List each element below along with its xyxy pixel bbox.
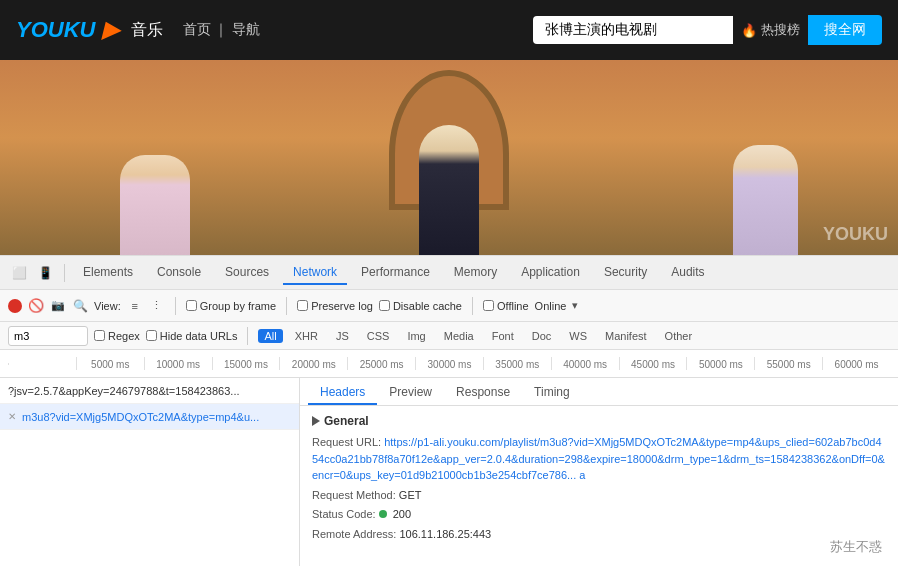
- youku-home-nav[interactable]: 首页 ｜ 导航: [183, 21, 261, 39]
- offline-wrap[interactable]: Offline: [483, 300, 529, 312]
- group-by-frame-checkbox[interactable]: [186, 300, 197, 311]
- tab-audits[interactable]: Audits: [661, 261, 714, 285]
- search-wrap: 🔥 热搜榜 搜全网: [533, 15, 882, 45]
- general-section-header: General: [312, 414, 886, 428]
- tick-10: 50000 ms: [686, 357, 754, 370]
- filter-tag-font[interactable]: Font: [486, 329, 520, 343]
- tick-12: 60000 ms: [822, 357, 890, 370]
- toolbar-sep2: [286, 297, 287, 315]
- details-tabs: Headers Preview Response Timing: [300, 378, 898, 406]
- detail-tab-headers[interactable]: Headers: [308, 381, 377, 405]
- request-url-row: Request URL: https://p1-ali.youku.com/pl…: [312, 434, 886, 484]
- view-waterfall-icon[interactable]: ⋮: [149, 298, 165, 314]
- disable-cache-label: Disable cache: [393, 300, 462, 312]
- details-content: General Request URL: https://p1-ali.youk…: [300, 406, 898, 553]
- filter-tag-media[interactable]: Media: [438, 329, 480, 343]
- tab-console[interactable]: Console: [147, 261, 211, 285]
- filter-tag-xhr[interactable]: XHR: [289, 329, 324, 343]
- preserve-log-checkbox[interactable]: [297, 300, 308, 311]
- regex-wrap[interactable]: Regex: [94, 330, 140, 342]
- filter-tag-img[interactable]: Img: [401, 329, 431, 343]
- tab-performance[interactable]: Performance: [351, 261, 440, 285]
- tick-3: 15000 ms: [212, 357, 280, 370]
- tick-6: 30000 ms: [415, 357, 483, 370]
- toolbar-sep1: [175, 297, 176, 315]
- network-toolbar: 🚫 📷 🔍 View: ≡ ⋮ Group by frame Preserve …: [0, 290, 898, 322]
- request-method-row: Request Method: GET: [312, 487, 886, 504]
- tab-application[interactable]: Application: [511, 261, 590, 285]
- tab-sources[interactable]: Sources: [215, 261, 279, 285]
- tab-elements[interactable]: Elements: [73, 261, 143, 285]
- separator: [64, 264, 65, 282]
- tab-security[interactable]: Security: [594, 261, 657, 285]
- hide-data-urls-checkbox[interactable]: [146, 330, 157, 341]
- group-by-frame-wrap[interactable]: Group by frame: [186, 300, 276, 312]
- tick-1: 5000 ms: [76, 357, 144, 370]
- toolbar-sep3: [472, 297, 473, 315]
- filter-icon[interactable]: 🔍: [72, 298, 88, 314]
- regex-checkbox[interactable]: [94, 330, 105, 341]
- tab-memory[interactable]: Memory: [444, 261, 507, 285]
- logo-arrow: ▶: [102, 17, 119, 42]
- preserve-log-wrap[interactable]: Preserve log: [297, 300, 373, 312]
- filter-tag-other[interactable]: Other: [659, 329, 699, 343]
- detail-tab-timing[interactable]: Timing: [522, 381, 582, 405]
- youku-topbar: YOUKU ▶ 音乐 首页 ｜ 导航 🔥 热搜榜 搜全网: [0, 0, 898, 60]
- hot-search[interactable]: 🔥 热搜榜: [741, 21, 800, 39]
- general-label: General: [324, 414, 369, 428]
- search-input[interactable]: [533, 16, 733, 44]
- filter-tag-js[interactable]: JS: [330, 329, 355, 343]
- inspect-element-icon[interactable]: ⬜: [8, 262, 30, 284]
- tick-2: 10000 ms: [144, 357, 212, 370]
- video-area: YOUKU: [0, 60, 898, 255]
- request-url-label: Request URL:: [312, 436, 381, 448]
- devtools-topbar: ⬜ 📱 Elements Console Sources Network Per…: [0, 256, 898, 290]
- youku-video-watermark: YOUKU: [823, 224, 888, 245]
- filter-tag-doc[interactable]: Doc: [526, 329, 558, 343]
- youku-logo: YOUKU ▶: [16, 17, 119, 43]
- tick-5: 25000 ms: [347, 357, 415, 370]
- youku-music-label: 音乐: [131, 20, 163, 41]
- request-item-1[interactable]: ✕ m3u8?vid=XMjg5MDQxOTc2MA&type=mp4&u...: [0, 404, 299, 430]
- preserve-log-label: Preserve log: [311, 300, 373, 312]
- record-button[interactable]: [8, 299, 22, 313]
- remote-address-value: 106.11.186.25:443: [399, 528, 491, 540]
- person-left: [120, 155, 190, 255]
- filter-tag-css[interactable]: CSS: [361, 329, 396, 343]
- search-button[interactable]: 搜全网: [808, 15, 882, 45]
- filter-input[interactable]: [8, 326, 88, 346]
- disable-cache-checkbox[interactable]: [379, 300, 390, 311]
- offline-label: Offline: [497, 300, 529, 312]
- filter-tag-manifest[interactable]: Manifest: [599, 329, 653, 343]
- filter-tag-all[interactable]: All: [258, 329, 282, 343]
- detail-tab-preview[interactable]: Preview: [377, 381, 444, 405]
- status-indicator: [379, 510, 387, 518]
- tick-11: 55000 ms: [754, 357, 822, 370]
- offline-checkbox[interactable]: [483, 300, 494, 311]
- close-icon[interactable]: ✕: [8, 411, 16, 422]
- view-list-icon[interactable]: ≡: [127, 298, 143, 314]
- tick-7: 35000 ms: [483, 357, 551, 370]
- person-right: [733, 145, 798, 255]
- tick-0: [8, 363, 76, 365]
- status-code-label: Status Code:: [312, 508, 376, 520]
- filter-tag-ws[interactable]: WS: [563, 329, 593, 343]
- tab-network[interactable]: Network: [283, 261, 347, 285]
- main-panel: ?jsv=2.5.7&appKey=24679788&t=158423863..…: [0, 378, 898, 566]
- video-scene: YOUKU: [0, 60, 898, 255]
- device-toolbar-icon[interactable]: 📱: [34, 262, 56, 284]
- screenshot-icon[interactable]: 📷: [50, 298, 66, 314]
- request-item-0[interactable]: ?jsv=2.5.7&appKey=24679788&t=158423863..…: [0, 378, 299, 404]
- filter-bar: Regex Hide data URLs All XHR JS CSS Img …: [0, 322, 898, 350]
- clear-button[interactable]: 🚫: [28, 298, 44, 314]
- video-content: YOUKU: [0, 60, 898, 255]
- devtools-panel: ⬜ 📱 Elements Console Sources Network Per…: [0, 255, 898, 566]
- status-code-row: Status Code: 200: [312, 506, 886, 523]
- hide-data-urls-wrap[interactable]: Hide data URLs: [146, 330, 238, 342]
- logo-text: YOUKU: [16, 17, 95, 42]
- online-dropdown-icon[interactable]: ▾: [572, 299, 578, 312]
- remote-address-label: Remote Address:: [312, 528, 396, 540]
- disable-cache-wrap[interactable]: Disable cache: [379, 300, 462, 312]
- expand-triangle-icon[interactable]: [312, 416, 320, 426]
- detail-tab-response[interactable]: Response: [444, 381, 522, 405]
